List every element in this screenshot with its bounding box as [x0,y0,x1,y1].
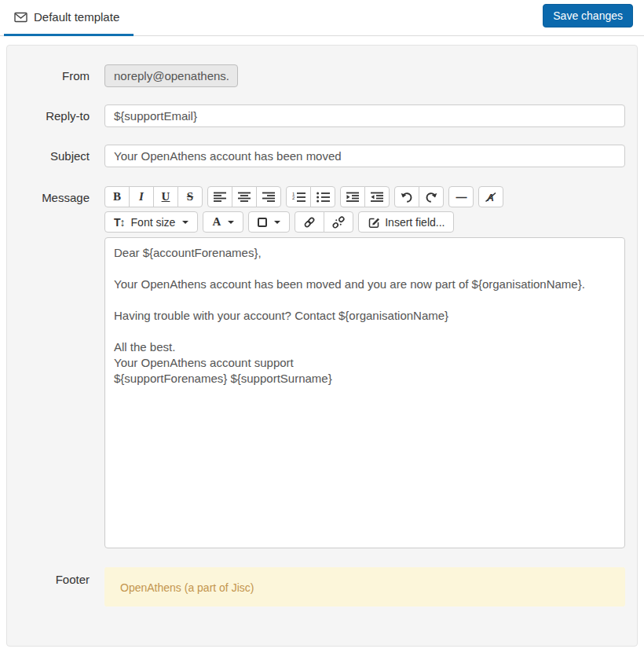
background-color-dropdown[interactable] [248,211,290,233]
align-right-button[interactable] [256,186,281,207]
envelope-icon [14,12,27,23]
align-center-icon [238,192,251,203]
undo-icon [401,191,413,203]
link-icon [303,216,316,229]
italic-button[interactable]: I [129,186,154,207]
message-textarea[interactable]: Dear ${accountForenames}, Your OpenAthen… [104,237,625,548]
message-row: Message B I U S [14,186,625,548]
tab-default-template[interactable]: Default template [4,0,134,36]
caret-down-icon [274,221,280,224]
redo-button[interactable] [419,186,444,207]
footer-label: Footer [14,567,104,586]
tab-label: Default template [34,10,119,24]
ordered-list-icon: 1 2 [292,192,306,203]
link-button[interactable] [295,211,324,233]
svg-text:2: 2 [292,196,295,200]
unlink-button[interactable] [324,211,353,233]
horizontal-rule-button[interactable]: — [448,186,474,207]
indent-icon [346,192,359,203]
remove-format-icon: A [485,192,497,203]
unordered-list-icon [317,192,330,203]
unordered-list-button[interactable] [310,186,335,207]
from-label: From [14,64,104,82]
footer-text: OpenAthens (a part of Jisc) [120,581,254,594]
strikethrough-button[interactable]: S [177,186,203,207]
template-panel: From Reply-to Subject Message B I U S [6,45,638,647]
message-toolbar-row2: T↕ Font size A [104,211,625,233]
save-changes-button[interactable]: Save changes [543,4,633,27]
font-color-dropdown[interactable]: A [203,211,243,233]
font-size-dropdown[interactable]: T↕ Font size [104,211,198,233]
undo-button[interactable] [394,186,419,207]
footer-row: Footer OpenAthens (a part of Jisc) [14,567,625,607]
bold-button[interactable]: B [104,186,130,207]
subject-row: Subject [14,145,625,167]
align-center-button[interactable] [232,186,257,207]
pencil-square-icon [368,216,380,229]
insert-field-button[interactable]: Insert field... [358,211,454,233]
caret-down-icon [182,221,188,224]
from-row: From [14,64,625,87]
unlink-icon [332,216,345,229]
font-size-label: Font size [131,216,176,229]
font-size-icon: T↕ [114,216,125,229]
background-color-icon [258,218,267,227]
tab-bar: Default template Save changes [0,0,644,36]
redo-icon [425,191,437,203]
remove-format-button[interactable]: A [478,186,503,207]
underline-button[interactable]: U [153,186,178,207]
subject-input[interactable] [104,145,625,167]
footer-box: OpenAthens (a part of Jisc) [104,567,625,607]
from-input [104,64,238,87]
align-left-icon [214,192,226,203]
align-right-icon [262,192,275,203]
reply-to-input[interactable] [104,104,625,127]
reply-to-label: Reply-to [14,104,104,123]
outdent-icon [371,192,383,203]
align-left-button[interactable] [207,186,232,207]
subject-label: Subject [14,145,104,163]
message-label: Message [14,186,104,204]
font-color-icon: A [212,215,221,229]
caret-down-icon [228,221,234,224]
insert-field-label: Insert field... [385,216,445,229]
indent-button[interactable] [340,186,365,207]
outdent-button[interactable] [364,186,390,207]
ordered-list-button[interactable]: 1 2 [286,186,311,207]
message-toolbar-row1: B I U S [104,186,625,207]
reply-to-row: Reply-to [14,104,625,127]
